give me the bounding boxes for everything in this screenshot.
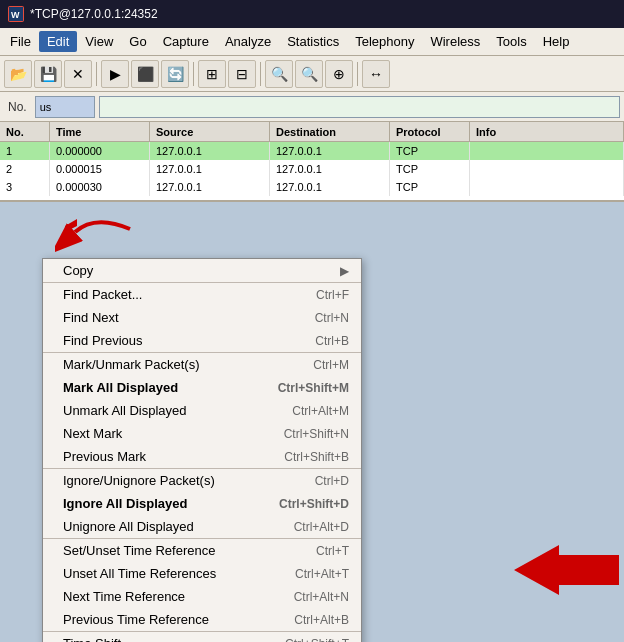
toolbar-btn-1[interactable]: 📂 [4, 60, 32, 88]
cell-time: 0.000015 [50, 160, 150, 178]
cell-proto: TCP [390, 142, 470, 160]
menu-previous-mark[interactable]: Previous Mark Ctrl+Shift+B [43, 445, 361, 468]
menu-view[interactable]: View [77, 31, 121, 52]
toolbar-btn-stop[interactable]: ⬛ [131, 60, 159, 88]
menu-find-next[interactable]: Find Next Ctrl+N [43, 306, 361, 329]
col-no: No. [0, 122, 50, 141]
table-row[interactable]: 3 0.000030 127.0.0.1 127.0.0.1 TCP [0, 178, 624, 196]
menu-next-mark[interactable]: Next Mark Ctrl+Shift+N [43, 422, 361, 445]
menu-section-time-shift: Time Shift... Ctrl+Shift+T [43, 632, 361, 642]
cell-dst: 127.0.0.1 [270, 160, 390, 178]
cell-no: 3 [0, 178, 50, 196]
menu-time-shift[interactable]: Time Shift... Ctrl+Shift+T [43, 632, 361, 642]
menu-section-find: Find Packet... Ctrl+F Find Next Ctrl+N F… [43, 283, 361, 353]
toolbar-btn-5[interactable]: ⊟ [228, 60, 256, 88]
toolbar-btn-zoom-reset[interactable]: ⊕ [325, 60, 353, 88]
cell-no: 1 [0, 142, 50, 160]
col-time: Time [50, 122, 150, 141]
menu-find-previous[interactable]: Find Previous Ctrl+B [43, 329, 361, 352]
app-icon: W [8, 6, 24, 22]
cell-info [470, 160, 624, 178]
menu-mark-all-displayed[interactable]: Mark All Displayed Ctrl+Shift+M [43, 376, 361, 399]
cell-info [470, 142, 624, 160]
filter-label: No. [4, 100, 31, 114]
menu-section-copy: Copy ▶ [43, 259, 361, 283]
col-proto: Protocol [390, 122, 470, 141]
toolbar-btn-zoom-in[interactable]: 🔍 [265, 60, 293, 88]
toolbar: 📂 💾 ✕ ▶ ⬛ 🔄 ⊞ ⊟ 🔍 🔍 ⊕ ↔ [0, 56, 624, 92]
menu-section-mark: Mark/Unmark Packet(s) Ctrl+M Mark All Di… [43, 353, 361, 469]
window-title: *TCP@127.0.0.1:24352 [30, 7, 158, 21]
menu-go[interactable]: Go [121, 31, 154, 52]
table-row[interactable]: 1 0.000000 127.0.0.1 127.0.0.1 TCP [0, 142, 624, 160]
packet-list-header: No. Time Source Destination Protocol Inf… [0, 122, 624, 142]
menu-mark-unmark[interactable]: Mark/Unmark Packet(s) Ctrl+M [43, 353, 361, 376]
cell-dst: 127.0.0.1 [270, 178, 390, 196]
menu-ignore-all-displayed[interactable]: Ignore All Displayed Ctrl+Shift+D [43, 492, 361, 515]
menu-statistics[interactable]: Statistics [279, 31, 347, 52]
menu-copy[interactable]: Copy ▶ [43, 259, 361, 282]
menu-section-time-ref: Set/Unset Time Reference Ctrl+T Unset Al… [43, 539, 361, 632]
filter-input[interactable] [99, 96, 620, 118]
col-src: Source [150, 122, 270, 141]
toolbar-btn-zoom-out[interactable]: 🔍 [295, 60, 323, 88]
toolbar-separator-2 [193, 62, 194, 86]
menu-tools[interactable]: Tools [488, 31, 534, 52]
edit-dropdown-menu: Copy ▶ Find Packet... Ctrl+F Find Next C… [42, 258, 362, 642]
menu-telephony[interactable]: Telephony [347, 31, 422, 52]
menu-capture[interactable]: Capture [155, 31, 217, 52]
toolbar-separator-3 [260, 62, 261, 86]
cell-src: 127.0.0.1 [150, 178, 270, 196]
cell-time: 0.000000 [50, 142, 150, 160]
menu-find-packet[interactable]: Find Packet... Ctrl+F [43, 283, 361, 306]
menu-edit[interactable]: Edit [39, 31, 77, 52]
menu-ignore-unignore[interactable]: Ignore/Unignore Packet(s) Ctrl+D [43, 469, 361, 492]
toolbar-btn-restart[interactable]: 🔄 [161, 60, 189, 88]
toolbar-btn-3[interactable]: ✕ [64, 60, 92, 88]
menu-unmark-all-displayed[interactable]: Unmark All Displayed Ctrl+Alt+M [43, 399, 361, 422]
cell-time: 0.000030 [50, 178, 150, 196]
cell-no: 2 [0, 160, 50, 178]
toolbar-separator-4 [357, 62, 358, 86]
menu-file[interactable]: File [2, 31, 39, 52]
toolbar-btn-start[interactable]: ▶ [101, 60, 129, 88]
svg-text:W: W [11, 10, 20, 20]
col-info: Info [470, 122, 624, 141]
table-row[interactable]: 2 0.000015 127.0.0.1 127.0.0.1 TCP [0, 160, 624, 178]
menu-analyze[interactable]: Analyze [217, 31, 279, 52]
cell-src: 127.0.0.1 [150, 142, 270, 160]
toolbar-separator-1 [96, 62, 97, 86]
menu-set-unset-time-ref[interactable]: Set/Unset Time Reference Ctrl+T [43, 539, 361, 562]
packet-list: No. Time Source Destination Protocol Inf… [0, 122, 624, 202]
menu-unset-all-time-refs[interactable]: Unset All Time References Ctrl+Alt+T [43, 562, 361, 585]
cell-info [470, 178, 624, 196]
toolbar-btn-4[interactable]: ⊞ [198, 60, 226, 88]
menu-next-time-ref[interactable]: Next Time Reference Ctrl+Alt+N [43, 585, 361, 608]
menu-section-ignore: Ignore/Unignore Packet(s) Ctrl+D Ignore … [43, 469, 361, 539]
menu-help[interactable]: Help [535, 31, 578, 52]
filter-no-field[interactable]: us [35, 96, 95, 118]
title-bar: W *TCP@127.0.0.1:24352 [0, 0, 624, 28]
menu-prev-time-ref[interactable]: Previous Time Reference Ctrl+Alt+B [43, 608, 361, 631]
cell-dst: 127.0.0.1 [270, 142, 390, 160]
menu-bar: File Edit View Go Capture Analyze Statis… [0, 28, 624, 56]
cell-src: 127.0.0.1 [150, 160, 270, 178]
cell-proto: TCP [390, 160, 470, 178]
col-dst: Destination [270, 122, 390, 141]
cell-proto: TCP [390, 178, 470, 196]
toolbar-btn-2[interactable]: 💾 [34, 60, 62, 88]
menu-wireless[interactable]: Wireless [422, 31, 488, 52]
menu-unignore-all-displayed[interactable]: Unignore All Displayed Ctrl+Alt+D [43, 515, 361, 538]
main-content: Copy ▶ Find Packet... Ctrl+F Find Next C… [0, 202, 624, 642]
toolbar-btn-arrow[interactable]: ↔ [362, 60, 390, 88]
filter-bar: No. us [0, 92, 624, 122]
